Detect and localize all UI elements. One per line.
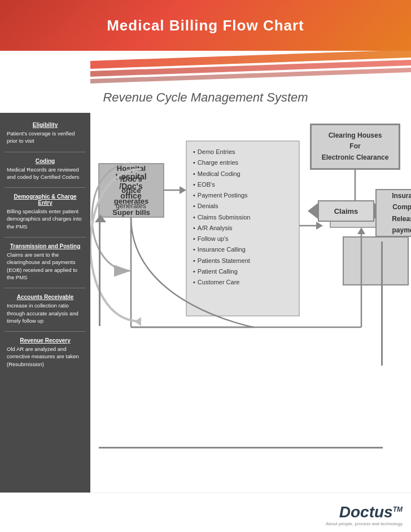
sidebar-item-accounts: Accounts Receivable Increase in collecti…: [5, 291, 86, 328]
sidebar-eligibility-body: Patient's coverage is verified prior to …: [7, 130, 75, 144]
svg-marker-6: [180, 186, 186, 194]
sidebar-item-eligibility: Eligibility Patient's coverage is verifi…: [5, 118, 86, 148]
sidebar: Eligibility Patient's coverage is verifi…: [0, 113, 90, 496]
logo-tagline: About people, process and technology: [326, 521, 403, 526]
list-box: Demo Entries Charge entries Medical Codi…: [186, 141, 299, 316]
sidebar-transmission-body: Claims are sent to the clearinghouse and…: [7, 252, 77, 280]
sidebar-accounts-title: Accounts Receivable: [7, 294, 84, 300]
sidebar-coding-body: Medical Records are reviewed and coded b…: [7, 166, 79, 180]
sidebar-divider-4: [5, 288, 86, 288]
wave-decoration: [0, 51, 411, 85]
sidebar-divider-3: [5, 237, 86, 238]
bottom-flow-line: [99, 447, 383, 449]
sidebar-eligibility-title: Eligibility: [7, 122, 84, 128]
stripe-container: [90, 51, 411, 85]
sidebar-revenue-title: Revenue Recovery: [7, 337, 84, 344]
insurance-label: Insurance Company Releasing payments: [392, 190, 411, 236]
insurance-line3: Releasing: [392, 215, 411, 223]
logo-area: DoctusTM About people, process and techn…: [326, 503, 403, 526]
subtitle-area: Revenue Cycle Management System: [0, 85, 411, 113]
sidebar-item-demographic: Demographic & Charge Entry Billing speci…: [5, 190, 86, 234]
clearing-line3: Electronic Clearance: [322, 153, 389, 161]
sidebar-item-transmission: Transmission and Posting Claims are sent…: [5, 240, 86, 284]
list-item-4: EOB's: [193, 179, 292, 190]
sidebar-divider-1: [5, 152, 86, 152]
left-vertical-line: [99, 217, 100, 326]
sidebar-divider-5: [5, 331, 86, 332]
list-item-3: Medical Coding: [193, 169, 292, 179]
svg-marker-30: [134, 317, 141, 326]
list-item-7: Claims Submission: [193, 212, 292, 223]
page-title: Medical Billing Flow Chart: [107, 17, 304, 34]
sidebar-item-revenue: Revenue Recovery Old AR are analyzed and…: [5, 334, 86, 371]
list-item-13: Customer Care: [193, 277, 292, 288]
claims-box: Claims: [318, 200, 374, 222]
claims-label: Claims: [334, 207, 358, 216]
sidebar-coding-title: Coding: [7, 158, 84, 164]
list-item-12: Patient Calling: [193, 266, 292, 277]
right-vertical-line: [381, 241, 383, 366]
list-item-5: Payment Postings: [193, 190, 292, 201]
sidebar-demographic-title: Demographic & Charge Entry: [7, 194, 84, 206]
sidebar-demographic-body: Billing specialists enter patient demogr…: [7, 208, 82, 230]
up-arrow-left: [95, 214, 106, 222]
svg-rect-21: [343, 237, 408, 285]
svg-marker-9: [316, 222, 323, 230]
logo-text: DoctusTM: [339, 503, 403, 521]
clearing-line1: Clearing Houses: [329, 131, 382, 139]
sidebar-revenue-body: Old AR are analyzed and corrective measu…: [7, 346, 79, 367]
claims-area: Claims: [308, 200, 384, 222]
main-content: Eligibility Patient's coverage is verifi…: [0, 113, 411, 496]
list-item-2: Charge entries: [193, 157, 292, 168]
header-bar: Medical Billing Flow Chart: [0, 0, 411, 51]
list-item-9: Follow up's: [193, 234, 292, 244]
list-item-1: Demo Entries: [193, 147, 292, 157]
footer: DoctusTM About people, process and techn…: [0, 493, 411, 532]
clearing-house-box: Clearing Houses For Electronic Clearance: [311, 124, 400, 169]
list-item-8: A/R Analysis: [193, 223, 292, 234]
sidebar-transmission-title: Transmission and Posting: [7, 243, 84, 249]
clearing-line2: For: [349, 142, 360, 150]
svg-marker-27: [357, 227, 365, 234]
insurance-box: Insurance Company Releasing payments: [375, 189, 411, 237]
circular-svg: [90, 164, 164, 327]
subtitle-text: Revenue Cycle Management System: [103, 90, 308, 104]
sidebar-divider-2: [5, 187, 86, 188]
logo-name: Doctus: [339, 503, 393, 521]
insurance-line1: Insurance: [392, 192, 411, 200]
logo-tm: TM: [393, 505, 403, 513]
list-item-11: Patients Statement: [193, 256, 292, 266]
sidebar-accounts-body: Increase in collection ratio through acc…: [7, 302, 78, 324]
insurance-line2: Company: [392, 203, 411, 211]
clearing-house-label: Clearing Houses For Electronic Clearance: [322, 130, 389, 163]
claims-left-arrow: [308, 203, 318, 219]
list-item-10: Insurance Calling: [193, 244, 292, 255]
insurance-line4: payments: [392, 226, 411, 234]
list-item-6: Denials: [193, 201, 292, 212]
flowchart-area: Hospital /Doc's office generates Clearin…: [90, 113, 411, 496]
sidebar-item-coding: Coding Medical Records are reviewed and …: [5, 155, 86, 184]
